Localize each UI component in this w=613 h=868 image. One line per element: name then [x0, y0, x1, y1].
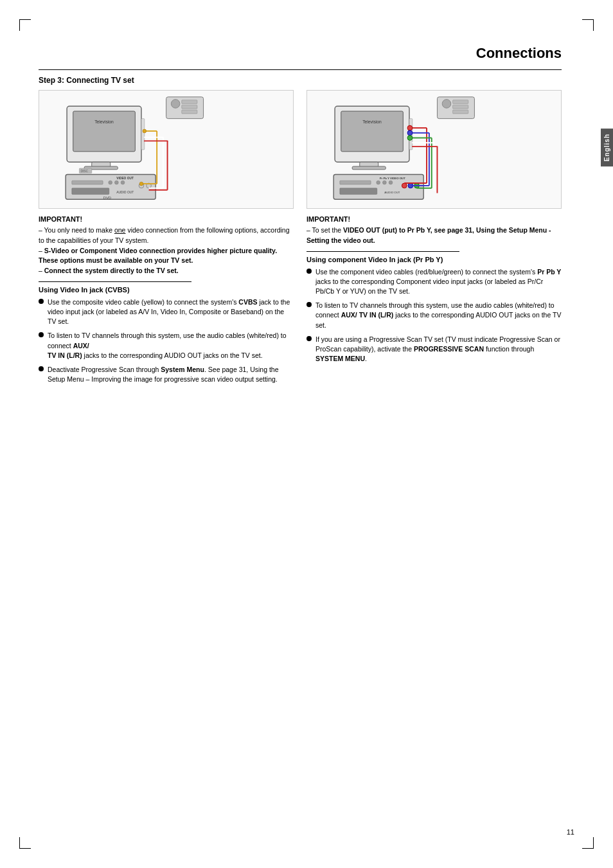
title-divider	[39, 69, 562, 70]
list-item-text: Use the component video cables (red/blue…	[315, 267, 562, 297]
svg-rect-33	[182, 105, 197, 109]
page-title: Connections	[476, 45, 562, 62]
svg-rect-42	[340, 181, 371, 184]
svg-rect-68	[452, 105, 468, 109]
svg-rect-36	[341, 111, 404, 152]
svg-text:AUDIO OUT: AUDIO OUT	[116, 190, 134, 193]
right-section-heading: Using component Video In jack (Pr Pb Y)	[306, 256, 562, 263]
svg-rect-1	[73, 111, 136, 152]
diagram-right: Television	[306, 90, 562, 209]
svg-point-46	[402, 183, 407, 188]
bullet-icon	[39, 332, 44, 337]
list-item: Use the composite video cable (yellow) t…	[39, 297, 294, 327]
list-item: To listen to TV channels through this sy…	[39, 331, 294, 360]
corner-mark-tl	[19, 19, 31, 31]
right-important-label: IMPORTANT!	[306, 215, 562, 223]
left-important-line-1: – S-Video or Component Video connection …	[39, 247, 277, 265]
corner-mark-br	[582, 837, 594, 849]
corner-mark-tr	[582, 19, 594, 31]
list-item-text: To listen to TV channels through this sy…	[48, 331, 294, 360]
svg-text:Pr Pb Y VIDEO OUT: Pr Pb Y VIDEO OUT	[380, 177, 406, 180]
svg-text:DISC: DISC	[80, 170, 88, 173]
svg-rect-13	[72, 188, 109, 194]
svg-point-18	[143, 129, 147, 133]
svg-text:DVD: DVD	[103, 196, 111, 200]
left-section-divider	[39, 281, 191, 282]
diagram-left-svg: Television DV	[46, 94, 287, 206]
list-item-text: Use the composite video cable (yellow) t…	[48, 297, 294, 327]
diagram-right-svg: Television	[314, 94, 555, 206]
svg-rect-49	[340, 188, 377, 194]
list-item: To listen to TV channels through this sy…	[306, 301, 562, 330]
svg-rect-5	[141, 118, 145, 149]
list-item-text: To listen to TV channels through this sy…	[315, 301, 562, 330]
svg-point-71	[407, 130, 413, 136]
svg-point-10	[121, 181, 125, 184]
svg-rect-38	[352, 166, 386, 170]
bullet-icon	[306, 269, 312, 274]
svg-text:AUDIO OUT: AUDIO OUT	[384, 191, 400, 194]
list-item-text: Deactivate Progressive Scan through Syst…	[48, 365, 294, 384]
right-bullet-list: Use the component video cables (red/blue…	[306, 267, 562, 364]
svg-rect-69	[452, 110, 468, 114]
list-item: Use the component video cables (red/blue…	[306, 267, 562, 297]
content-columns: Television DV	[39, 90, 562, 829]
right-important-line-0: – To set the VIDEO OUT (put) to Pr Pb Y,…	[306, 226, 551, 244]
left-important-line-2: – Connect the system directly to the TV …	[39, 267, 179, 274]
list-item-text: If you are using a Progressive Scan TV s…	[315, 335, 562, 364]
right-column: Television	[306, 90, 562, 829]
svg-text:VIDEO OUT: VIDEO OUT	[116, 177, 134, 180]
bullet-icon	[39, 366, 44, 371]
bullet-icon	[306, 302, 312, 307]
svg-point-44	[382, 181, 386, 184]
svg-point-9	[114, 181, 118, 184]
svg-rect-7	[72, 181, 103, 184]
svg-point-8	[109, 181, 112, 184]
svg-point-66	[442, 99, 451, 108]
left-section-heading: Using Video In jack (CVBS)	[39, 286, 294, 294]
svg-point-45	[389, 181, 393, 184]
svg-point-43	[377, 181, 380, 184]
svg-rect-32	[182, 100, 197, 103]
svg-point-31	[171, 99, 180, 108]
svg-text:Television: Television	[362, 120, 382, 124]
svg-point-72	[407, 135, 413, 140]
svg-text:Television: Television	[94, 120, 114, 124]
svg-rect-34	[182, 110, 197, 114]
language-tab: English	[601, 128, 613, 166]
svg-point-70	[407, 125, 413, 130]
svg-point-19	[139, 182, 143, 186]
list-item: If you are using a Progressive Scan TV s…	[306, 335, 562, 364]
left-important-line-0: – You only need to make one video connec…	[39, 226, 290, 244]
right-important-text: – To set the VIDEO OUT (put) to Pr Pb Y,…	[306, 226, 562, 246]
right-section-divider	[306, 251, 459, 252]
left-important-text: – You only need to make one video connec…	[39, 226, 294, 276]
main-content: Connections Step 3: Connecting TV set T	[39, 39, 574, 829]
list-item: Deactivate Progressive Scan through Syst…	[39, 365, 294, 384]
diagram-left: Television DV	[39, 90, 294, 209]
left-bullet-list: Use the composite video cable (yellow) t…	[39, 297, 294, 385]
svg-rect-67	[452, 100, 468, 103]
bullet-icon	[39, 299, 44, 304]
left-important-label: IMPORTANT!	[39, 215, 294, 223]
step-heading: Step 3: Connecting TV set	[39, 76, 134, 85]
left-column: Television DV	[39, 90, 294, 829]
corner-mark-bl	[19, 837, 31, 849]
bullet-icon	[306, 336, 312, 341]
